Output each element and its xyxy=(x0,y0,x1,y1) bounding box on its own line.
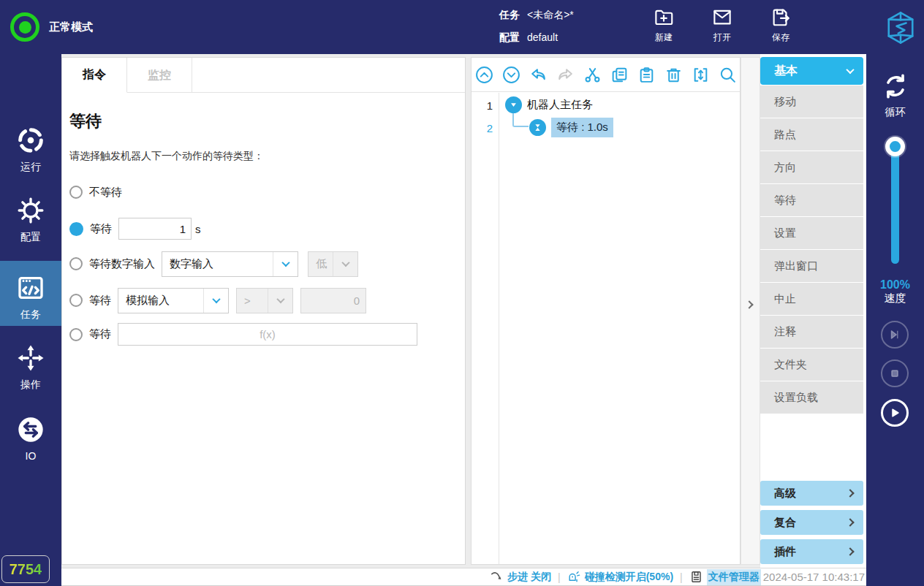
sidebar-item-task[interactable]: 任务 xyxy=(0,261,61,326)
open-task-button[interactable]: 打开 xyxy=(702,6,743,44)
statusbar-separator: | xyxy=(558,571,561,583)
search-button[interactable] xyxy=(718,65,737,84)
expression-input[interactable] xyxy=(118,323,417,346)
palette-group-compound[interactable]: 复合 xyxy=(760,510,863,535)
analog-input-select[interactable]: 模拟输入 xyxy=(118,288,229,313)
tree-row-wait[interactable]: 等待 : 1.0s xyxy=(529,116,613,138)
collision-detection-toggle[interactable]: 碰撞检测开启(50%) xyxy=(567,570,673,584)
slider-track[interactable] xyxy=(891,143,899,264)
palette-item-wait[interactable]: 等待 xyxy=(760,184,863,216)
speed-slider[interactable] xyxy=(866,134,924,270)
palette-item-popup[interactable]: 弹出窗口 xyxy=(760,250,863,282)
insert-between-icon xyxy=(692,66,710,84)
collapse-node-icon[interactable] xyxy=(505,96,522,113)
log-counter-badge[interactable]: 7754 xyxy=(1,555,50,583)
level-select: 低 xyxy=(308,251,358,277)
paste-button[interactable] xyxy=(637,65,656,84)
palette-collapse-handle[interactable] xyxy=(741,57,760,565)
mode-label: 正常模式 xyxy=(49,20,93,34)
sidebar-item-io[interactable]: IO xyxy=(0,415,61,462)
radio-no-wait xyxy=(69,186,83,199)
instruction-panel: 指令 监控 等待 请选择触发机器人下一个动作的等待类型： 不等待 等待 s 等待… xyxy=(61,57,466,565)
radio-wait-analog xyxy=(69,294,83,307)
radio-wait-expression xyxy=(69,328,83,341)
mode-indicator[interactable]: 正常模式 xyxy=(10,0,93,54)
new-task-button[interactable]: 新建 xyxy=(643,6,684,44)
palette-header-basic[interactable]: 基本 xyxy=(760,57,863,85)
run-control-sidebar: 循环 100% 速度 xyxy=(866,54,924,586)
palette-item-set-payload[interactable]: 设置负载 xyxy=(760,381,863,414)
brand-logo[interactable] xyxy=(880,7,921,48)
palette-item-move[interactable]: 移动 xyxy=(760,85,863,118)
radio-wait-seconds xyxy=(69,222,83,236)
tab-instruction[interactable]: 指令 xyxy=(62,58,127,93)
circle-chevron-down-icon xyxy=(502,66,520,84)
delete-button[interactable] xyxy=(664,65,683,84)
line-number: 2 xyxy=(475,122,493,134)
palette-item-folder[interactable]: 文件夹 xyxy=(760,349,863,381)
option-wait-seconds[interactable]: 等待 s xyxy=(69,217,465,240)
stop-button[interactable] xyxy=(881,359,909,387)
palette-item-waypoint[interactable]: 路点 xyxy=(760,118,863,151)
undo-button[interactable] xyxy=(529,65,548,84)
page-title: 等待 xyxy=(69,110,465,132)
statusbar: 步进 关闭 | 碰撞检测开启(50%) | 文件管理器 2024-05-17 1… xyxy=(61,568,866,586)
copy-button[interactable] xyxy=(610,65,629,84)
gear-icon xyxy=(16,196,45,225)
palette-item-abort[interactable]: 中止 xyxy=(760,283,863,315)
wait-type-description: 请选择触发机器人下一个动作的等待类型： xyxy=(69,150,465,163)
option-no-wait-label: 不等待 xyxy=(89,186,122,199)
step-next-button[interactable] xyxy=(881,321,909,349)
redo-button[interactable] xyxy=(556,65,575,84)
io-swap-icon xyxy=(16,415,45,444)
config-label: 配置 xyxy=(499,32,520,42)
status-ring-icon xyxy=(10,12,39,42)
speed-readout: 100% 速度 xyxy=(866,278,924,305)
sidebar-item-operate[interactable]: 操作 xyxy=(0,343,61,392)
palette-group-plugin[interactable]: 插件 xyxy=(760,539,863,564)
file-manager-button[interactable]: 文件管理器 xyxy=(689,569,761,585)
palette-item-set[interactable]: 设置 xyxy=(760,217,863,249)
chevron-down-icon xyxy=(333,252,357,276)
tab-monitor[interactable]: 监控 xyxy=(127,58,192,93)
chevron-right-icon xyxy=(746,297,752,311)
slider-knob[interactable] xyxy=(885,137,905,156)
insert-button[interactable] xyxy=(691,65,710,84)
option-wait-expression[interactable]: 等待 xyxy=(69,323,465,346)
cut-button[interactable] xyxy=(583,65,602,84)
tree-row-main-task[interactable]: 机器人主任务 xyxy=(505,94,593,115)
palette-item-direction[interactable]: 方向 xyxy=(760,151,863,183)
loop-button[interactable]: 循环 xyxy=(866,72,924,119)
wait-seconds-input[interactable] xyxy=(118,218,192,240)
skip-next-icon xyxy=(888,328,901,341)
expand-all-button[interactable] xyxy=(501,65,520,84)
open-task-label: 打开 xyxy=(713,31,731,44)
save-icon xyxy=(770,6,792,28)
option-wait-digital[interactable]: 等待数字输入 数字输入 低 xyxy=(69,251,465,277)
paste-icon xyxy=(637,66,656,84)
option-wait-seconds-label: 等待 xyxy=(90,222,112,236)
task-config-info: 任务 <未命名>* 配置 default xyxy=(499,9,574,55)
collapse-all-button[interactable] xyxy=(474,65,493,84)
sidebar-item-config-label: 配置 xyxy=(0,231,61,244)
left-sidebar: 运行 配置 任务 操作 IO 7754 xyxy=(0,54,61,586)
play-button[interactable] xyxy=(881,399,909,427)
option-no-wait[interactable]: 不等待 xyxy=(69,183,465,201)
task-name-value: <未命名>* xyxy=(527,9,574,20)
option-wait-expression-label: 等待 xyxy=(89,327,111,341)
panel-tab-bar: 指令 监控 xyxy=(62,58,465,93)
open-file-icon xyxy=(711,6,733,28)
sidebar-item-config[interactable]: 配置 xyxy=(0,196,61,244)
palette-item-comment[interactable]: 注释 xyxy=(760,316,863,348)
search-icon xyxy=(719,66,737,84)
sidebar-item-run[interactable]: 运行 xyxy=(0,126,61,174)
step-mode-toggle[interactable]: 步进 关闭 xyxy=(490,570,551,584)
tree-toolbar xyxy=(472,58,740,92)
digital-input-select[interactable]: 数字输入 xyxy=(162,251,298,277)
copy-icon xyxy=(610,66,629,84)
run-target-icon xyxy=(16,126,45,155)
save-task-button[interactable]: 保存 xyxy=(760,6,801,44)
circle-chevron-up-icon xyxy=(475,66,493,84)
option-wait-analog[interactable]: 等待 模拟输入 > xyxy=(69,287,465,313)
palette-group-advanced[interactable]: 高级 xyxy=(760,481,863,506)
